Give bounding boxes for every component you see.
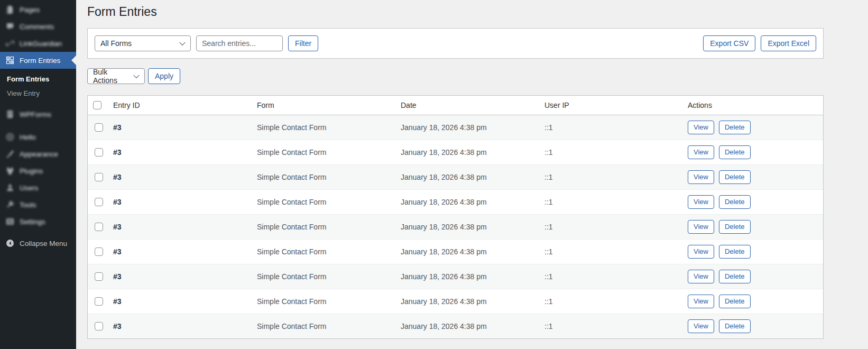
row-checkbox[interactable] xyxy=(95,173,103,181)
table-row: #3 Simple Contact Form January 18, 2026 … xyxy=(88,140,823,164)
sidebar-item-plugins[interactable]: Plugins xyxy=(0,162,76,179)
view-button[interactable]: View xyxy=(688,270,714,283)
sidebar-item-appearance[interactable]: Appearance xyxy=(0,145,76,162)
form-cell: Simple Contact Form xyxy=(252,140,395,164)
export-csv-button[interactable]: Export CSV xyxy=(703,35,755,51)
entry-id-cell: #3 xyxy=(108,214,252,239)
view-button[interactable]: View xyxy=(688,319,714,333)
view-button[interactable]: View xyxy=(688,170,714,184)
entry-id-cell: #3 xyxy=(108,115,252,140)
bulk-actions-select-value: Bulk Actions xyxy=(93,68,128,85)
bulk-actions-bar: Bulk Actions Apply xyxy=(87,68,868,84)
form-cell: Simple Contact Form xyxy=(252,115,395,140)
row-checkbox[interactable] xyxy=(95,123,103,132)
table-row: #3 Simple Contact Form January 18, 2026 … xyxy=(88,289,823,314)
chevron-down-icon xyxy=(133,72,139,78)
date-cell: January 18, 2026 4:38 pm xyxy=(395,264,539,289)
row-checkbox[interactable] xyxy=(95,272,103,281)
form-cell: Simple Contact Form xyxy=(252,289,395,314)
sidebar-item-tools[interactable]: Tools xyxy=(0,196,76,213)
hello-icon xyxy=(5,133,15,142)
date-cell: January 18, 2026 4:38 pm xyxy=(395,115,539,140)
table-row: #3 Simple Contact Form January 18, 2026 … xyxy=(88,239,823,264)
search-input[interactable] xyxy=(196,35,283,51)
view-button[interactable]: View xyxy=(688,121,714,134)
user-ip-cell: ::1 xyxy=(539,314,682,338)
column-header-entry-id: Entry ID xyxy=(108,96,252,115)
form-cell: Simple Contact Form xyxy=(252,189,395,214)
pages-icon xyxy=(5,5,15,14)
form-cell: Simple Contact Form xyxy=(252,214,395,239)
delete-button[interactable]: Delete xyxy=(719,121,751,134)
entry-id-cell: #3 xyxy=(108,289,252,314)
delete-button[interactable]: Delete xyxy=(719,145,751,159)
table-row: #3 Simple Contact Form January 18, 2026 … xyxy=(88,115,823,140)
table-header-row: Entry ID Form Date User IP Actions xyxy=(88,96,823,115)
date-cell: January 18, 2026 4:38 pm xyxy=(395,189,539,214)
sidebar-item-users[interactable]: Users xyxy=(0,179,76,196)
comments-icon xyxy=(5,22,15,31)
view-button[interactable]: View xyxy=(688,220,714,234)
delete-button[interactable]: Delete xyxy=(719,170,751,184)
select-all-checkbox[interactable] xyxy=(93,101,101,109)
date-cell: January 18, 2026 4:38 pm xyxy=(395,140,539,164)
apply-button[interactable]: Apply xyxy=(148,68,180,84)
date-cell: January 18, 2026 4:38 pm xyxy=(395,289,539,314)
sidebar-item-pages[interactable]: Pages xyxy=(0,1,76,18)
bulk-actions-select[interactable]: Bulk Actions xyxy=(87,68,145,84)
export-excel-button[interactable]: Export Excel xyxy=(761,35,816,51)
delete-button[interactable]: Delete xyxy=(719,319,751,333)
sidebar-top-group: Pages Comments LinkGuardian xyxy=(0,1,76,52)
delete-button[interactable]: Delete xyxy=(719,220,751,234)
entries-table: Entry ID Form Date User IP Actions xyxy=(88,96,823,115)
collapse-menu-button[interactable]: Collapse Menu xyxy=(0,235,76,252)
row-checkbox[interactable] xyxy=(95,297,103,306)
column-header-actions: Actions xyxy=(682,96,823,115)
entries-table-card: Entry ID Form Date User IP Actions #3 Si… xyxy=(87,95,824,339)
sidebar-item-linkguardian[interactable]: LinkGuardian xyxy=(0,35,76,52)
collapse-icon xyxy=(5,239,15,248)
view-button[interactable]: View xyxy=(688,245,714,259)
form-cell: Simple Contact Form xyxy=(252,239,395,264)
entry-id-cell: #3 xyxy=(108,314,252,338)
sidebar-item-hello[interactable]: Hello xyxy=(0,128,76,145)
date-cell: January 18, 2026 4:38 pm xyxy=(395,214,539,239)
sidebar-item-comments[interactable]: Comments xyxy=(0,18,76,35)
filter-bar: All Forms Filter Export CSV Export Excel xyxy=(87,28,824,59)
form-entries-submenu: Form EntriesView Entry xyxy=(0,69,76,106)
settings-icon xyxy=(5,217,15,226)
date-cell: January 18, 2026 4:38 pm xyxy=(395,164,539,189)
row-checkbox[interactable] xyxy=(95,223,103,231)
row-checkbox[interactable] xyxy=(95,322,103,330)
delete-button[interactable]: Delete xyxy=(719,270,751,283)
table-row: #3 Simple Contact Form January 18, 2026 … xyxy=(88,189,823,214)
view-button[interactable]: View xyxy=(688,195,714,209)
filter-button[interactable]: Filter xyxy=(288,35,318,51)
delete-button[interactable]: Delete xyxy=(719,295,751,308)
view-button[interactable]: View xyxy=(688,295,714,308)
row-checkbox[interactable] xyxy=(95,198,103,206)
column-header-user-ip: User IP xyxy=(539,96,682,115)
user-ip-cell: ::1 xyxy=(539,214,682,239)
sidebar-submenu-item[interactable]: Form Entries xyxy=(0,72,76,86)
entry-id-cell: #3 xyxy=(108,164,252,189)
row-checkbox[interactable] xyxy=(95,247,103,256)
view-button[interactable]: View xyxy=(688,145,714,159)
date-cell: January 18, 2026 4:38 pm xyxy=(395,239,539,264)
plugins-icon xyxy=(5,167,15,176)
delete-button[interactable]: Delete xyxy=(719,245,751,259)
table-row: #3 Simple Contact Form January 18, 2026 … xyxy=(88,264,823,289)
delete-button[interactable]: Delete xyxy=(719,195,751,209)
page-title: Form Entries xyxy=(87,4,868,20)
sidebar-item-form-entries[interactable]: Form Entries xyxy=(0,52,76,69)
form-entries-icon xyxy=(5,56,15,65)
row-checkbox[interactable] xyxy=(95,148,103,157)
table-row: #3 Simple Contact Form January 18, 2026 … xyxy=(88,164,823,189)
column-header-date: Date xyxy=(395,96,539,115)
user-ip-cell: ::1 xyxy=(539,164,682,189)
form-filter-select[interactable]: All Forms xyxy=(95,35,191,51)
user-ip-cell: ::1 xyxy=(539,289,682,314)
sidebar-submenu-item[interactable]: View Entry xyxy=(0,86,76,100)
sidebar-item-settings[interactable]: Settings xyxy=(0,213,76,230)
sidebar-item-wpforms[interactable]: WPForms xyxy=(0,106,76,123)
